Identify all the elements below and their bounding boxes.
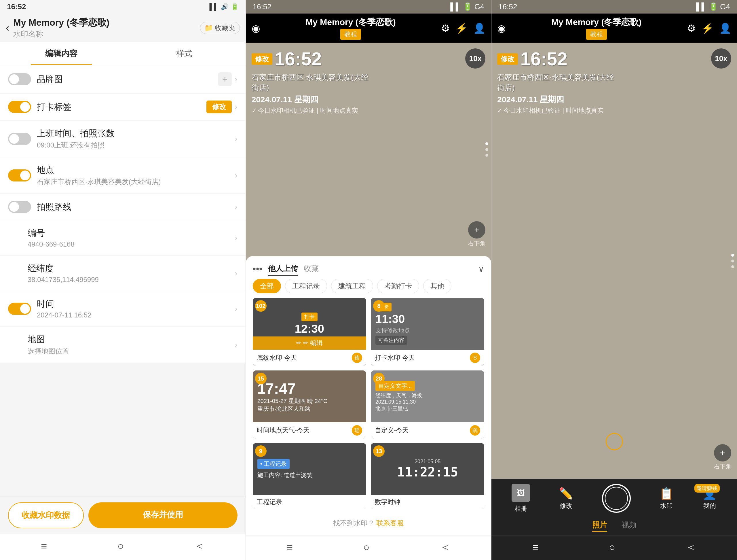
cam-user-icon-2[interactable]: 👤 — [473, 22, 485, 34]
album-label: 相册 — [514, 504, 527, 513]
add-watermark-btn-area-2: + 右下角 — [468, 221, 485, 247]
toggle-photo-route[interactable] — [8, 201, 31, 213]
cam-circle-btn-3[interactable]: ◉ — [497, 22, 506, 34]
filter-engineering-record[interactable]: 工程记录 — [285, 279, 327, 293]
setting-checkin-tag[interactable]: 打卡标签 修改 › — [0, 94, 246, 120]
template-name-3: 时间地点天气-今天 — [257, 426, 310, 435]
tutorial-badge-3[interactable]: 教程 — [586, 29, 607, 40]
tab-edit-content[interactable]: 编辑内容 — [0, 42, 123, 65]
earn-badge[interactable]: 邀请赚钱 — [694, 484, 720, 493]
contact-service-link[interactable]: 联系客服 — [376, 519, 404, 527]
cam-profile-btn[interactable]: 👤 我的 邀请赚钱 — [702, 487, 717, 510]
template-card-1[interactable]: 102 打卡 12:30 ✏ ✏ 编辑 底纹水印-今天 孩 — [253, 298, 366, 366]
checkin-modify-button[interactable]: 修改 — [207, 101, 232, 113]
filter-construction[interactable]: 建筑工程 — [331, 279, 373, 293]
sheet-tabs: 他人上传 收藏 — [268, 262, 472, 276]
setting-coordinates[interactable]: 经纬度 38.041735,114.496999 › — [0, 256, 246, 291]
cam-circle-btn-2[interactable]: ◉ — [252, 22, 260, 34]
filter-all[interactable]: 全部 — [253, 279, 281, 293]
toggle-checkin-tag[interactable] — [8, 101, 31, 113]
number-label: 编号 — [28, 227, 229, 239]
photo-tab[interactable]: 照片 — [592, 519, 607, 532]
cam-settings-icon-2[interactable]: ⚙ — [441, 22, 450, 34]
wm-time-2: 16:52 — [275, 48, 322, 70]
template-card-3[interactable]: 15 17:47 2021-05-27 星期四 晴 24°C 重庆市·渝北区人和… — [253, 370, 366, 438]
profile-label: 我的 — [703, 502, 716, 510]
toggle-time[interactable] — [8, 303, 31, 315]
status-icons-1: ▌▌ 🔊 🔋 — [209, 3, 238, 11]
template-card-4[interactable]: 28 自定义文字... 经纬度，天气，海拔 2021.09.15 11:30 北… — [371, 370, 484, 438]
toggle-worktime[interactable] — [8, 133, 31, 145]
setting-map[interactable]: 地图 选择地图位置 › — [0, 327, 246, 363]
zoom-badge-3[interactable]: 10x — [711, 48, 731, 69]
nav-back-2[interactable]: ＜ — [440, 540, 450, 554]
video-tab[interactable]: 视频 — [622, 519, 636, 532]
setting-brand-image[interactable]: 品牌图 + › — [0, 65, 246, 93]
save-use-button[interactable]: 保存并使用 — [88, 502, 238, 528]
no-watermark-hint: 找不到水印？ 联系客服 — [246, 514, 491, 532]
brand-image-plus[interactable]: + — [218, 72, 232, 86]
cam-watermark-btn[interactable]: 📋 水印 — [659, 487, 674, 510]
shutter-button[interactable] — [602, 484, 631, 513]
sheet-collapse-icon[interactable]: ∨ — [478, 264, 484, 274]
checkin-badge-t1: 打卡 — [302, 313, 318, 321]
nav-back-3[interactable]: ＜ — [686, 540, 696, 554]
nav-home-3[interactable]: ○ — [609, 541, 615, 553]
top-bar-1: ‹ My Memory (冬季恋歌) 水印名称 📁 收藏夹 — [0, 14, 246, 42]
watermark-nav-label: 水印 — [660, 502, 673, 510]
setting-location[interactable]: 地点 石家庄市桥西区·永琪美容美发(大经街店) › — [0, 157, 246, 193]
add-watermark-button-2[interactable]: + — [468, 221, 485, 239]
template-card-6[interactable]: 13 2021.05.05 11:22:15 数字时钟 — [371, 443, 484, 509]
cam-user-icon-3[interactable]: 👤 — [719, 22, 731, 34]
filter-attendance[interactable]: 考勤打卡 — [377, 279, 419, 293]
back-button[interactable]: ‹ — [6, 22, 9, 34]
toggle-brand-image[interactable] — [8, 73, 31, 85]
nav-home-2[interactable]: ○ — [363, 541, 369, 553]
time-content: 时间 2024-07-11 16:52 — [37, 298, 229, 319]
wm-location-2: 石家庄市桥西区·永琪美容美发(大经 街店) — [252, 72, 368, 93]
setting-time[interactable]: 时间 2024-07-11 16:52 › — [0, 291, 246, 326]
edit-overlay-t1[interactable]: ✏ ✏ 编辑 — [253, 336, 366, 350]
add-watermark-button-3[interactable]: + — [714, 444, 731, 461]
template-count-4: 28 — [373, 373, 384, 384]
cam-settings-icon-3[interactable]: ⚙ — [687, 22, 696, 34]
coordinates-sub: 38.041735,114.496999 — [28, 276, 229, 284]
template-card-2[interactable]: 8 打卡 11:30 支持修改地点 可备注内容 打卡水印-今天 S — [371, 298, 484, 366]
coordinates-chevron: › — [235, 269, 237, 278]
folder-button[interactable]: 📁 收藏夹 — [200, 22, 240, 34]
tutorial-badge-2[interactable]: 教程 — [340, 29, 361, 40]
toggle-location[interactable] — [8, 169, 31, 181]
cam-shutter-btn[interactable] — [602, 484, 631, 513]
tab-style[interactable]: 样式 — [123, 42, 245, 65]
cam-modify-btn[interactable]: ✏️ 修改 — [559, 487, 573, 510]
cam-album-btn[interactable]: 🖼 相册 — [511, 484, 530, 513]
sheet-options-icon[interactable]: ••• — [253, 264, 263, 274]
time-right: › — [235, 304, 237, 313]
save-data-button[interactable]: 收藏水印数据 — [8, 502, 84, 528]
filter-other[interactable]: 其他 — [423, 279, 451, 293]
template-card-5[interactable]: 9 • 工程记录 施工内容: 道道土浇筑 工程记录 — [253, 443, 366, 509]
modify-label: 修改 — [560, 502, 572, 510]
setting-photo-route[interactable]: 拍照路线 › — [0, 194, 246, 220]
template-name-6: 数字时钟 — [375, 498, 400, 506]
modify-icon: ✏️ — [559, 487, 573, 500]
signal-icon-2: ▌▌ 🔋 G4 — [450, 2, 484, 11]
wm-modify-badge-3[interactable]: 修改 — [497, 53, 518, 65]
wm-modify-badge-2[interactable]: 修改 — [252, 53, 272, 65]
nav-menu-2[interactable]: ≡ — [287, 541, 293, 553]
setting-worktime[interactable]: 上班时间、拍照张数 09:00上班,还没有拍照 › — [0, 121, 246, 157]
cam-flash-icon-2[interactable]: ⚡ — [455, 22, 467, 34]
zoom-badge-2[interactable]: 10x — [465, 48, 485, 69]
cam-flash-icon-3[interactable]: ⚡ — [701, 22, 713, 34]
nav-home-1[interactable]: ○ — [118, 540, 124, 552]
setting-number[interactable]: 编号 4940-669-6168 › — [0, 220, 246, 255]
sheet-tab-others-upload[interactable]: 他人上传 — [268, 262, 298, 276]
viewfinder-2: 修改 16:52 石家庄市桥西区·永琪美容美发(大经 街店) 2024.07.1… — [246, 43, 491, 256]
app-title-1: My Memory (冬季恋歌) — [13, 16, 196, 29]
coordinates-right: › — [235, 269, 237, 278]
nav-menu-1[interactable]: ≡ — [41, 540, 47, 552]
sheet-tab-favorites[interactable]: 收藏 — [304, 262, 319, 276]
nav-menu-3[interactable]: ≡ — [533, 541, 539, 553]
time-display-t2: 11:30 — [375, 313, 405, 326]
nav-back-1[interactable]: ＜ — [194, 539, 204, 553]
